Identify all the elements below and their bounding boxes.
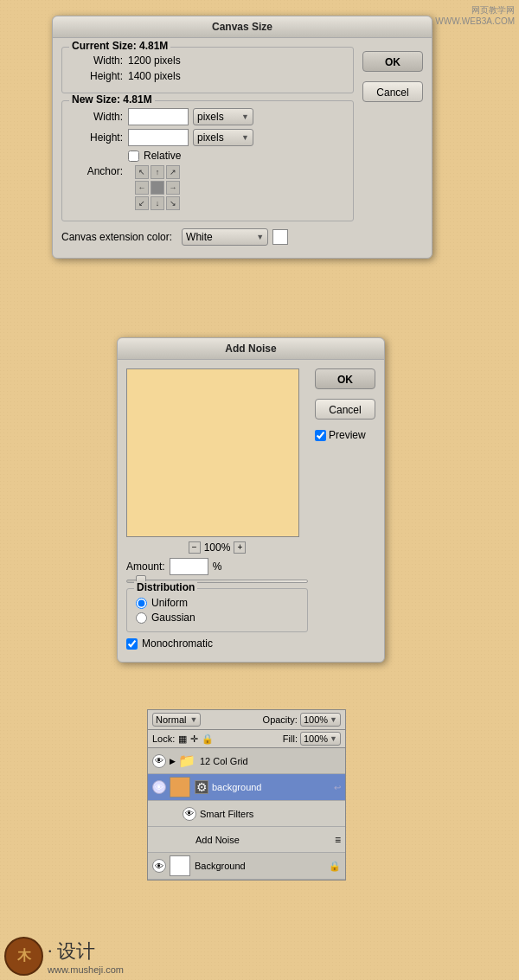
logo-text-block: · 设计 www.musheji.com: [48, 938, 124, 975]
blend-mode-arrow: ▼: [189, 715, 197, 724]
zoom-in-button[interactable]: +: [234, 541, 246, 554]
layer-visibility-sf[interactable]: 👁: [183, 807, 196, 821]
layer-badge-bg: ↩: [334, 783, 341, 792]
lock-checkerboard-icon[interactable]: ▦: [178, 733, 187, 745]
layer-lock-icon: 🔒: [329, 861, 341, 872]
current-size-section: Current Size: 4.81M Width: 1200 pixels H…: [61, 47, 354, 93]
uniform-label: Uniform: [151, 597, 188, 609]
fill-value: 100%: [304, 733, 328, 744]
canvas-size-title: Canvas Size: [53, 16, 432, 38]
watermark: 网页教学网 WWW.WEB3A.COM: [435, 4, 515, 27]
canvas-size-buttons: OK Cancel: [362, 47, 423, 249]
add-noise-options-icon[interactable]: ≡: [335, 834, 341, 846]
blend-mode-select[interactable]: Normal ▼: [152, 713, 201, 727]
width-unit-select[interactable]: pixels ▼: [193, 108, 253, 125]
layer-row-smart-filters: 👁 Smart Filters: [148, 801, 345, 827]
preview-checkbox[interactable]: [315, 430, 326, 441]
anchor-middleright[interactable]: →: [166, 181, 180, 195]
layer-thumb-bg: [170, 777, 190, 797]
relative-checkbox[interactable]: [128, 151, 139, 162]
layer-visibility-base[interactable]: 👁: [152, 859, 166, 873]
anchor-middleleft[interactable]: ←: [135, 181, 149, 195]
canvas-size-dialog: Canvas Size Current Size: 4.81M Width: 1…: [52, 16, 432, 259]
fill-arrow: ▼: [330, 734, 337, 743]
layer-row-background: 👁 ⚙ background ↩: [148, 774, 345, 801]
canvas-ext-color-swatch: [272, 229, 288, 245]
logo-main-text: · 设计: [48, 938, 124, 964]
width-unit-arrow: ▼: [241, 112, 249, 121]
anchor-bottomleft[interactable]: ↙: [135, 196, 149, 210]
add-noise-title: Add Noise: [118, 338, 384, 360]
watermark-line1: 网页教学网: [435, 4, 515, 16]
layer-name-sf: Smart Filters: [200, 809, 341, 819]
monochromatic-row: Monochromatic: [126, 637, 308, 650]
anchor-topleft[interactable]: ↖: [135, 165, 149, 179]
anchor-bottomcenter[interactable]: ↓: [151, 196, 164, 210]
new-size-section: New Size: 4.81M Width: 1200 pixels ▼ Hei…: [61, 100, 354, 221]
layer-name-grid: 12 Col Grid: [200, 756, 341, 766]
layers-toolbar: Normal ▼ Opacity: 100% ▼: [148, 710, 345, 730]
canvas-ext-color-select[interactable]: White ▼: [182, 228, 268, 246]
new-height-input[interactable]: 1400: [128, 129, 189, 146]
monochromatic-checkbox[interactable]: [126, 638, 138, 650]
noise-left-panel: − 100% + Amount: 0.9 % D: [126, 368, 308, 653]
lock-move-icon[interactable]: ✛: [190, 733, 198, 745]
height-unit-select[interactable]: pixels ▼: [193, 129, 253, 146]
canvas-cancel-button[interactable]: Cancel: [362, 81, 423, 102]
noise-preview-image: [127, 369, 298, 536]
gaussian-label: Gaussian: [151, 612, 195, 624]
anchor-label: Anchor:: [71, 165, 123, 177]
distribution-label: Distribution: [134, 581, 197, 593]
anchor-center[interactable]: [151, 181, 164, 195]
logo-url: www.musheji.com: [48, 964, 124, 975]
current-size-label: Current Size: 4.81M: [69, 40, 170, 52]
new-height-label: Height:: [71, 131, 123, 144]
layer-visibility-grid[interactable]: 👁: [152, 754, 166, 768]
logo-circle: 木: [4, 937, 43, 976]
height-unit-arrow: ▼: [241, 133, 249, 142]
add-noise-dialog: Add Noise − 100% + Amount: 0.9 %: [117, 337, 385, 663]
logo-dot: ·: [48, 940, 53, 962]
noise-preview-box: [126, 368, 299, 537]
anchor-topright[interactable]: ↗: [166, 165, 180, 179]
height-unit-value: pixels: [197, 131, 224, 144]
fill-row: Fill: 100% ▼: [283, 732, 341, 746]
relative-label: Relative: [144, 150, 181, 162]
current-height-value: 1400 pixels: [128, 70, 181, 82]
fill-select[interactable]: 100% ▼: [300, 732, 341, 746]
canvas-ext-color-value: White: [186, 231, 213, 243]
layer-name-noise: Add Noise: [195, 835, 335, 845]
watermark-line2: WWW.WEB3A.COM: [435, 16, 515, 27]
layer-name-base: Background: [195, 861, 329, 871]
layer-folder-icon-grid: 📁: [178, 753, 195, 769]
gaussian-radio[interactable]: [136, 612, 147, 624]
anchor-grid: ↖ ↑ ↗ ← → ↙ ↓ ↘: [135, 165, 180, 210]
zoom-out-button[interactable]: −: [189, 541, 201, 554]
blend-mode-value: Normal: [156, 714, 186, 725]
layer-thumb-base: [170, 855, 190, 876]
logo-symbol: 木: [17, 947, 31, 965]
anchor-topcenter[interactable]: ↑: [151, 165, 164, 179]
lock-all-icon[interactable]: 🔒: [202, 733, 214, 745]
layer-row-add-noise: Add Noise ≡: [148, 827, 345, 853]
amount-input[interactable]: 0.9: [170, 558, 208, 575]
new-width-input[interactable]: 1200: [128, 108, 189, 125]
uniform-radio[interactable]: [136, 598, 147, 609]
anchor-bottomright[interactable]: ↘: [166, 196, 180, 210]
layer-visibility-bg[interactable]: 👁: [152, 780, 166, 794]
layers-lock-row: Lock: ▦ ✛ 🔒 Fill: 100% ▼: [148, 730, 345, 748]
current-height-label: Height:: [71, 70, 123, 82]
opacity-label: Opacity:: [263, 714, 298, 725]
layer-expand-grid[interactable]: ▶: [170, 757, 176, 765]
canvas-ext-arrow: ▼: [256, 233, 264, 241]
noise-ok-button[interactable]: OK: [315, 368, 375, 389]
logo-design-text: 设计: [57, 940, 95, 962]
logo-footer: 木 · 设计 www.musheji.com: [4, 937, 124, 976]
new-size-label: New Size: 4.81M: [69, 93, 155, 106]
width-unit-value: pixels: [197, 111, 224, 123]
amount-label: Amount:: [126, 560, 165, 573]
opacity-select[interactable]: 100% ▼: [300, 713, 341, 727]
noise-cancel-button[interactable]: Cancel: [315, 399, 375, 420]
layer-row-background-base: 👁 Background 🔒: [148, 853, 345, 880]
canvas-ok-button[interactable]: OK: [362, 51, 423, 72]
